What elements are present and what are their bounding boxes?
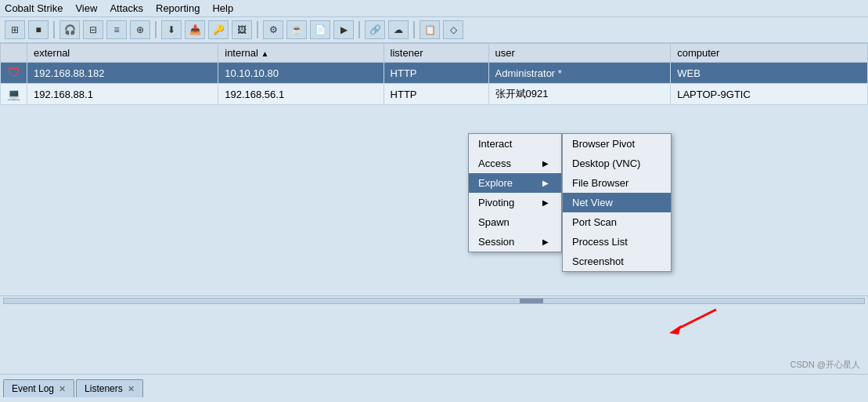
row-listener-2: HTTP bbox=[384, 84, 488, 105]
toolbar-beacon[interactable]: ◇ bbox=[443, 20, 463, 39]
row-icon-cell-2: 💻 bbox=[1, 84, 27, 105]
toolbar-separator-5 bbox=[413, 21, 415, 38]
context-menu-pivoting[interactable]: Pivoting ▶ bbox=[469, 193, 561, 212]
col-external-label: external bbox=[34, 47, 70, 59]
toolbar-notes[interactable]: 📄 bbox=[310, 20, 330, 39]
context-menu: Interact Access ▶ Explore ▶ Pivoting ▶ S… bbox=[468, 133, 562, 252]
toolbar-separator-4 bbox=[358, 21, 360, 38]
annotation-arrow bbox=[661, 302, 724, 343]
tab-event-log-label: Event Log bbox=[12, 383, 54, 394]
col-user-label: user bbox=[495, 47, 515, 59]
menu-reporting[interactable]: Reporting bbox=[156, 2, 200, 14]
col-internal-header[interactable]: internal ▲ bbox=[218, 44, 384, 63]
row-internal-2: 192.168.56.1 bbox=[218, 84, 384, 105]
col-internal-label: internal bbox=[225, 47, 258, 59]
sessions-table: external internal ▲ listener user comput… bbox=[0, 43, 868, 105]
row-computer-2: LAPTOP-9GTIC bbox=[671, 84, 868, 105]
toolbar-credentials[interactable]: ⊕ bbox=[130, 20, 150, 39]
submenu-net-view[interactable]: Net View bbox=[563, 193, 671, 212]
row-external: 192.168.88.182 bbox=[27, 63, 218, 84]
toolbar-aggressor[interactable]: ☕ bbox=[286, 20, 307, 39]
row-listener: HTTP bbox=[384, 63, 488, 84]
svg-marker-1 bbox=[669, 325, 681, 335]
session-submenu-arrow: ▶ bbox=[542, 237, 549, 246]
statusbar: Event Log ✕ Listeners ✕ bbox=[0, 374, 868, 402]
toolbar-disconnect[interactable]: ■ bbox=[28, 20, 49, 39]
row-external-2: 192.168.88.1 bbox=[27, 84, 218, 105]
toolbar-pivot[interactable]: 🔗 bbox=[365, 20, 385, 39]
toolbar-staged[interactable]: 📥 bbox=[185, 20, 205, 39]
row-icon-cell: 🛡 bbox=[1, 63, 27, 84]
col-computer-label: computer bbox=[677, 47, 719, 59]
submenu-port-scan[interactable]: Port Scan bbox=[563, 212, 671, 232]
watermark: CSDN @开心星人 bbox=[791, 359, 860, 371]
menu-view[interactable]: View bbox=[75, 2, 97, 14]
svg-line-0 bbox=[677, 310, 716, 329]
menubar: Cobalt Strike View Attacks Reporting Hel… bbox=[0, 0, 868, 17]
scroll-track bbox=[3, 298, 865, 304]
submenu-screenshot[interactable]: Screenshot bbox=[563, 252, 671, 271]
horizontal-scrollbar[interactable] bbox=[0, 295, 868, 305]
explore-submenu: Browser Pivot Desktop (VNC) File Browser… bbox=[562, 133, 672, 272]
tab-listeners[interactable]: Listeners ✕ bbox=[76, 379, 143, 397]
context-menu-explore[interactable]: Explore ▶ bbox=[469, 173, 561, 193]
context-menu-spawn[interactable]: Spawn bbox=[469, 212, 561, 232]
col-icon-header bbox=[1, 44, 27, 63]
toolbar-new-connection[interactable]: ⊞ bbox=[5, 20, 25, 39]
toolbar-keys[interactable]: 🔑 bbox=[208, 20, 229, 39]
explore-submenu-arrow: ▶ bbox=[542, 179, 549, 187]
menu-cobalt-strike[interactable]: Cobalt Strike bbox=[5, 2, 63, 14]
pivoting-submenu-arrow: ▶ bbox=[542, 198, 549, 207]
tab-event-log-close[interactable]: ✕ bbox=[59, 384, 66, 394]
table-row[interactable]: 🛡 192.168.88.182 10.10.10.80 HTTP Admini… bbox=[1, 63, 868, 84]
toolbar-listeners[interactable]: ⊟ bbox=[83, 20, 103, 39]
beacon-shield-icon: 🛡 bbox=[8, 66, 20, 79]
tab-listeners-label: Listeners bbox=[85, 383, 123, 394]
menu-help[interactable]: Help bbox=[212, 2, 233, 14]
submenu-process-list[interactable]: Process List bbox=[563, 232, 671, 252]
col-listener-header[interactable]: listener bbox=[384, 44, 488, 63]
toolbar-separator-2 bbox=[155, 21, 157, 38]
toolbar-downloads[interactable]: ⬇ bbox=[161, 20, 182, 39]
main-area: external internal ▲ listener user comput… bbox=[0, 43, 868, 333]
submenu-file-browser[interactable]: File Browser bbox=[563, 173, 671, 193]
toolbar-settings[interactable]: ⚙ bbox=[263, 20, 283, 39]
scroll-thumb[interactable] bbox=[520, 299, 543, 303]
toolbar-separator-3 bbox=[257, 21, 258, 38]
toolbar-cloud[interactable]: ☁ bbox=[388, 20, 409, 39]
toolbar-console[interactable]: ▶ bbox=[333, 20, 354, 39]
submenu-desktop-vnc[interactable]: Desktop (VNC) bbox=[563, 154, 671, 173]
access-submenu-arrow: ▶ bbox=[542, 159, 549, 168]
submenu-browser-pivot[interactable]: Browser Pivot bbox=[563, 134, 671, 154]
col-external-header[interactable]: external bbox=[27, 44, 218, 63]
table-row[interactable]: 💻 192.168.88.1 192.168.56.1 HTTP 张开斌0921… bbox=[1, 84, 868, 105]
row-computer: WEB bbox=[671, 63, 868, 84]
col-user-header[interactable]: user bbox=[488, 44, 671, 63]
toolbar-log[interactable]: 📋 bbox=[420, 20, 440, 39]
row-internal: 10.10.10.80 bbox=[218, 63, 384, 84]
toolbar-targets[interactable]: ≡ bbox=[106, 20, 127, 39]
col-listener-label: listener bbox=[391, 47, 423, 59]
sort-arrow-internal: ▲ bbox=[261, 49, 269, 58]
tab-listeners-close[interactable]: ✕ bbox=[128, 384, 135, 394]
row-user: Administrator * bbox=[488, 63, 671, 84]
col-computer-header[interactable]: computer bbox=[671, 44, 868, 63]
row-user-2: 张开斌0921 bbox=[488, 84, 671, 105]
menu-attacks[interactable]: Attacks bbox=[110, 2, 143, 14]
context-menu-session[interactable]: Session ▶ bbox=[469, 232, 561, 252]
toolbar-screenshots[interactable]: 🖼 bbox=[232, 20, 252, 39]
toolbar: ⊞ ■ 🎧 ⊟ ≡ ⊕ ⬇ 📥 🔑 🖼 ⚙ ☕ 📄 ▶ 🔗 ☁ 📋 ◇ bbox=[0, 17, 868, 43]
tab-event-log[interactable]: Event Log ✕ bbox=[3, 379, 74, 397]
context-menu-interact[interactable]: Interact bbox=[469, 134, 561, 154]
context-menu-access[interactable]: Access ▶ bbox=[469, 154, 561, 173]
beacon-laptop-icon: 💻 bbox=[7, 88, 20, 100]
toolbar-separator-1 bbox=[53, 21, 55, 38]
toolbar-headset[interactable]: 🎧 bbox=[59, 20, 80, 39]
